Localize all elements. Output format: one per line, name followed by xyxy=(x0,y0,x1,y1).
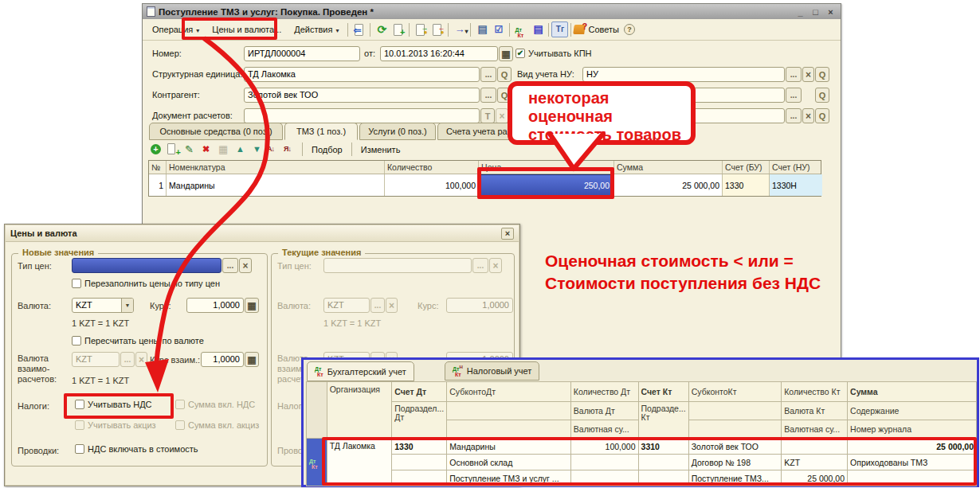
cell-organization[interactable]: ТД Лакомка xyxy=(327,439,392,486)
unit-search-icon[interactable] xyxy=(497,67,512,82)
tab-services[interactable]: Услуги (0 поз.) xyxy=(359,123,436,140)
help-icon[interactable]: ? xyxy=(624,24,635,35)
prices-currency-button[interactable]: Цены и валюта... xyxy=(206,21,288,38)
cell-sum[interactable]: 25 000,00 xyxy=(848,439,977,455)
cell-account-nu[interactable]: 1330Н xyxy=(770,174,822,196)
dropdown-arrow-icon[interactable] xyxy=(121,299,133,312)
kpn-checkbox[interactable]: Учитывать КПН xyxy=(515,49,592,58)
checkbox-list-icon[interactable] xyxy=(490,21,507,37)
right-search-icon[interactable] xyxy=(815,88,829,103)
right-search-icon-2[interactable] xyxy=(815,108,829,123)
fill-out-icon[interactable] xyxy=(429,21,445,37)
vat-in-cost-checkbox[interactable]: НДС включать в стоимость xyxy=(75,444,198,454)
font-toggle-button[interactable]: Тг xyxy=(551,21,568,37)
price-type-select-button[interactable] xyxy=(222,258,238,273)
right-select-button[interactable] xyxy=(786,88,802,103)
cell-credit-subconto-3[interactable]: Поступление ТМЗ... xyxy=(688,470,782,486)
cell-empty[interactable] xyxy=(392,470,447,486)
fill-in-icon[interactable] xyxy=(412,21,429,37)
nu-type-field[interactable]: НУ xyxy=(582,67,785,82)
cell-account-bu[interactable]: 1330 xyxy=(723,174,770,196)
cell-credit-currency[interactable]: KZT xyxy=(782,455,848,470)
cell-empty[interactable] xyxy=(638,470,688,486)
mutual-calculator-icon[interactable] xyxy=(245,352,259,367)
cell-empty[interactable] xyxy=(570,455,638,470)
settlement-doc-field[interactable] xyxy=(244,108,480,123)
price-type-clear-button[interactable] xyxy=(239,258,252,273)
nu-search-icon[interactable] xyxy=(815,67,829,82)
cell-sum[interactable]: 25 000,00 xyxy=(614,174,723,196)
tab-tmz[interactable]: ТМЗ (1 поз.) xyxy=(284,123,358,140)
cell-debit-quantity[interactable]: 100,000 xyxy=(570,439,638,455)
posting-selector-cell[interactable]: ДтКт xyxy=(307,439,327,486)
excise-checkbox[interactable]: Учитывать акциз xyxy=(75,420,156,430)
journal-icon[interactable] xyxy=(529,21,546,37)
vat-checkbox[interactable]: Учитывать НДС xyxy=(75,400,152,409)
move-down-icon[interactable] xyxy=(249,142,265,157)
cell-credit-subconto-2[interactable]: Договор № 198 xyxy=(688,455,782,470)
date-field[interactable]: 10.01.2013 16:20:44 xyxy=(380,46,498,61)
add-copy-icon[interactable] xyxy=(166,142,181,157)
end-edit-icon[interactable] xyxy=(216,142,231,157)
dialog-close-button[interactable]: × xyxy=(501,228,514,240)
calculator-icon[interactable] xyxy=(245,298,259,313)
contractor-select-button[interactable] xyxy=(480,88,496,103)
change-button[interactable]: Изменить xyxy=(356,145,406,154)
sort-desc-icon[interactable] xyxy=(283,142,298,157)
list-settings-icon[interactable] xyxy=(473,21,490,37)
cur-currency-clear-button[interactable] xyxy=(386,298,398,313)
cur-price-type-select-button[interactable] xyxy=(472,258,488,273)
cell-debit-subconto-1[interactable]: Мандарины xyxy=(447,439,571,455)
cell-debit-account[interactable]: 1330 xyxy=(392,439,447,455)
cell-quantity[interactable]: 100,000 xyxy=(385,174,479,196)
refill-prices-checkbox[interactable]: Перезаполнить цены по типу цен xyxy=(72,279,220,288)
mutual-currency-clear-button[interactable] xyxy=(135,352,147,367)
text-button[interactable] xyxy=(480,108,495,123)
sum-incl-excise-checkbox[interactable]: Сумма вкл. акциз xyxy=(175,420,259,430)
nu-clear-button[interactable] xyxy=(802,67,814,82)
cur-rate-field[interactable]: 1,0000 xyxy=(446,298,513,313)
nu-select-button[interactable] xyxy=(786,67,802,82)
mutual-currency-select-button[interactable] xyxy=(120,352,135,367)
tab-accounting[interactable]: ДтКт Бухгалтерский учет xyxy=(307,361,414,381)
cell-credit-subconto-1[interactable]: Золотой век ТОО xyxy=(688,439,782,455)
unit-field[interactable]: ТД Лакомка xyxy=(244,67,480,82)
cur-price-type-field[interactable] xyxy=(323,258,472,273)
sort-asc-icon[interactable] xyxy=(266,142,281,157)
advice-label[interactable]: Советы xyxy=(588,25,618,34)
close-button[interactable]: × xyxy=(825,7,837,17)
number-field[interactable]: ИРТДЛ000004 xyxy=(244,46,360,61)
post-document-icon[interactable] xyxy=(351,21,367,37)
cell-content[interactable]: Оприходованы ТМЗ xyxy=(848,455,977,470)
cell-price[interactable]: 250,00 xyxy=(479,174,614,196)
cell-debit-subconto-2[interactable]: Основной склад xyxy=(447,455,571,470)
rate-field[interactable]: 1,0000 xyxy=(186,298,244,313)
advice-book-icon[interactable] xyxy=(574,25,586,34)
actions-menu[interactable]: Действия xyxy=(288,21,345,38)
edit-row-icon[interactable] xyxy=(182,142,198,157)
refresh-icon[interactable] xyxy=(373,21,390,37)
cell-empty[interactable] xyxy=(782,439,848,455)
dtkt-postings-icon[interactable]: ДтКт xyxy=(512,21,529,37)
calendar-icon[interactable] xyxy=(499,46,513,61)
go-to-icon[interactable] xyxy=(451,21,468,37)
operation-menu[interactable]: Операция xyxy=(146,21,206,38)
unit-select-button[interactable] xyxy=(480,67,496,82)
tab-fixed-assets[interactable]: Основные средства (0 поз.) xyxy=(149,123,283,140)
cell-debit-subconto-3[interactable]: Поступление ТМЗ и услуг ... xyxy=(447,470,571,486)
cell-credit-currency-sum[interactable]: 25 000,00 xyxy=(782,470,848,486)
mutual-rate-field[interactable]: 1,0000 xyxy=(201,352,244,367)
cell-empty[interactable] xyxy=(392,455,447,470)
settlement-clear-button[interactable] xyxy=(496,108,508,123)
currency-select[interactable]: KZT xyxy=(72,298,134,313)
cell-credit-account[interactable]: 3310 xyxy=(638,439,688,455)
window-titlebar[interactable]: Поступление ТМЗ и услуг: Покупка. Провед… xyxy=(143,4,841,19)
cell-empty[interactable] xyxy=(638,455,688,470)
move-up-icon[interactable] xyxy=(233,142,248,157)
recalc-prices-checkbox[interactable]: Пересчитать цены по валюте xyxy=(72,336,204,346)
maximize-button[interactable]: □ xyxy=(809,7,821,17)
cur-currency-field[interactable]: KZT xyxy=(323,298,370,313)
contractor-field[interactable]: Золотой век ТОО xyxy=(244,88,480,103)
pick-button[interactable]: Подбор xyxy=(307,145,347,154)
copy-icon[interactable] xyxy=(390,21,406,37)
